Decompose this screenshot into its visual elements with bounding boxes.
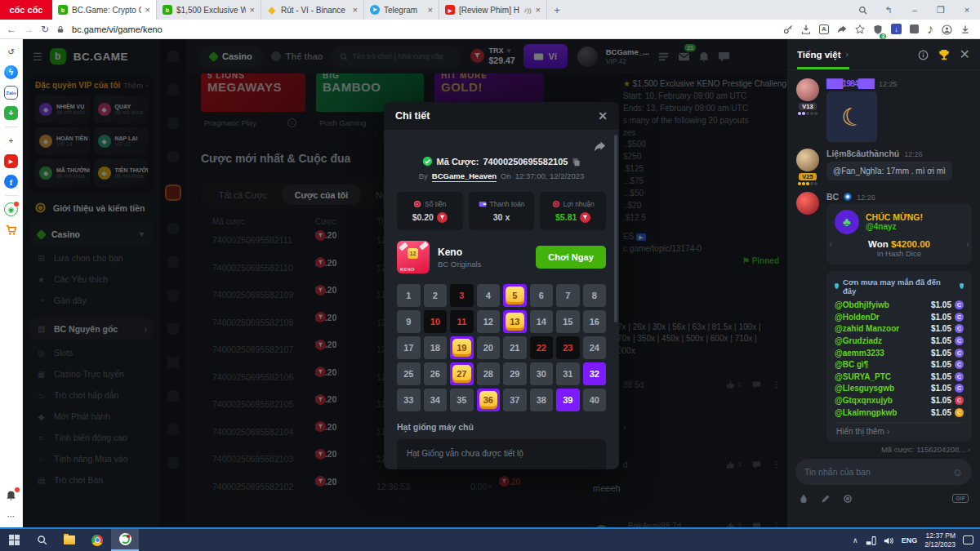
adblock-shield-icon[interactable]: 3 [873,22,883,37]
keno-cell[interactable]: 2 [424,284,448,307]
keno-cell[interactable]: 26 [424,362,448,385]
keno-cell[interactable]: 15 [556,310,580,333]
tab-close-icon[interactable]: × [145,5,150,15]
carousel-prev-icon[interactable]: ‹ [829,238,832,250]
new-tab-button[interactable]: + [547,0,567,20]
more-options-icon[interactable]: ⋯ [4,509,18,523]
minimize-button[interactable]: – [902,5,928,15]
bookmark-star-icon[interactable] [855,22,865,37]
chat-language-tab[interactable]: Tiếng việt [797,50,840,60]
keno-cell[interactable]: 20 [477,336,501,359]
rain-show-more[interactable]: Hiển thị thêm › [835,422,964,438]
keno-cell[interactable]: 16 [583,310,607,333]
sidebar-toggle-icon[interactable]: ↰ [875,5,902,16]
rain-user-row[interactable]: @Llesguysgwb$1.05C [835,383,964,395]
keno-cell-hit[interactable]: 13 [503,310,527,333]
browser-tab[interactable]: bBC.Game: Crypto Casino Gan× [52,0,157,20]
downloads-icon[interactable] [960,22,970,37]
keno-cell[interactable]: 1 [397,284,421,307]
translate-icon[interactable]: A [819,24,829,34]
rain-user-row[interactable]: @aemm3233$1.05C [835,347,964,359]
keno-cell-hit[interactable]: 19 [450,336,474,359]
rain-user-row[interactable]: @Obdhjlfyiwb$1.05C [835,300,964,312]
network-icon[interactable] [866,533,876,548]
chat-username[interactable]: BC [826,192,839,202]
language-indicator[interactable]: ENG [902,536,918,544]
note-icon[interactable]: ♪ [927,22,933,37]
rain-user-row[interactable]: @BC gì¶$1.05C [835,358,964,371]
extension-icon[interactable] [910,24,919,33]
save-page-icon[interactable] [801,22,811,37]
copy-icon[interactable] [572,156,581,167]
chat-image-attachment[interactable]: ☾ [826,91,877,142]
avatar[interactable] [796,192,819,215]
keno-cell[interactable]: 18 [424,336,448,359]
modal-scrollbar[interactable] [614,135,617,322]
keno-cell-drawn[interactable]: 3 [450,284,474,307]
taskbar-search-icon[interactable] [28,529,56,551]
maximize-button[interactable]: ❐ [928,5,954,16]
keno-cell[interactable]: 8 [583,284,607,307]
chat-username[interactable]: Liệm8câuthầnchú [826,149,899,158]
add-shortcut-icon[interactable]: + [4,134,18,148]
history-icon[interactable]: ↺ [4,45,18,59]
tab-close-icon[interactable]: × [250,5,255,15]
keno-cell[interactable]: 6 [530,284,554,307]
keno-cell-selected[interactable]: 39 [556,389,580,411]
keno-cell[interactable]: 33 [397,389,421,411]
gif-button[interactable]: GIF [952,494,969,503]
win-announcement-card[interactable]: ♣ CHÚC MỪNG! @4nayz Won $4200.00 in Hash… [826,203,972,264]
rain-user-row[interactable]: @HoldenDr$1.05C [835,311,964,323]
chat-input[interactable] [804,467,952,477]
coccoc-brand[interactable]: cốc cốc [0,0,52,20]
profile-icon[interactable] [942,22,952,37]
avatar[interactable] [796,78,819,101]
carousel-next-icon[interactable]: › [966,238,969,250]
shopping-cart-icon[interactable] [4,223,18,237]
browser-tab[interactable]: b$1,500 Exclusive Weekend Ke× [157,0,261,20]
keno-cell[interactable]: 4 [477,284,501,307]
edit-icon[interactable] [821,491,831,505]
key-icon[interactable] [783,22,793,37]
forward-button[interactable]: → [24,24,33,35]
keno-cell[interactable]: 29 [503,362,527,385]
games-icon[interactable]: + [4,106,18,120]
volume-icon[interactable] [884,533,894,548]
keno-cell[interactable]: 38 [530,389,554,411]
clock[interactable]: 12:37 PM 2/12/2023 [924,531,956,549]
keno-cell[interactable]: 17 [397,336,421,359]
reload-button[interactable]: ↻ [41,24,49,35]
keno-cell[interactable]: 14 [530,310,554,333]
keno-cell[interactable]: 25 [397,362,421,385]
rain-user-row[interactable]: @Grudziadz$1.05C [835,335,964,347]
play-now-button[interactable]: Chơi Ngay [536,246,606,269]
sports-icon[interactable]: ◉ [4,202,18,216]
tab-close-icon[interactable]: × [428,5,433,15]
keno-cell-drawn[interactable]: 11 [450,310,474,333]
keno-cell[interactable]: 40 [583,389,607,411]
keno-cell-hit[interactable]: 36 [477,389,501,411]
keno-cell[interactable]: 28 [477,362,501,385]
keno-cell-drawn[interactable]: 22 [530,336,554,359]
youtube-icon[interactable]: ▶ [4,154,18,168]
keno-cell[interactable]: 37 [503,389,527,411]
keno-cell[interactable]: 35 [450,389,474,411]
browser-tab[interactable]: ➤Telegram× [364,0,439,20]
keno-cell-drawn[interactable]: 10 [424,310,448,333]
keno-cell[interactable]: 31 [556,362,580,385]
share-icon[interactable] [837,22,847,37]
rain-tip-icon[interactable] [799,491,808,505]
chat-rules-info-icon[interactable] [918,47,929,62]
emoji-icon[interactable]: ☺ [952,466,963,478]
notifications-bell-icon[interactable] [4,489,18,503]
keno-cell-selected[interactable]: 32 [583,362,607,385]
keno-cell-hit[interactable]: 27 [450,362,474,385]
keno-cell[interactable]: 30 [530,362,554,385]
browser-tab[interactable]: ▶[Review Phim] HÀO QUA♪))× [439,0,547,20]
keno-cell[interactable]: 12 [477,310,501,333]
zalo-icon[interactable]: Zalo [4,86,18,100]
coin-tip-icon[interactable] [843,491,853,505]
keno-cell[interactable]: 7 [556,284,580,307]
back-button[interactable]: ← [7,24,16,35]
tray-expand-icon[interactable]: ∧ [853,536,858,544]
